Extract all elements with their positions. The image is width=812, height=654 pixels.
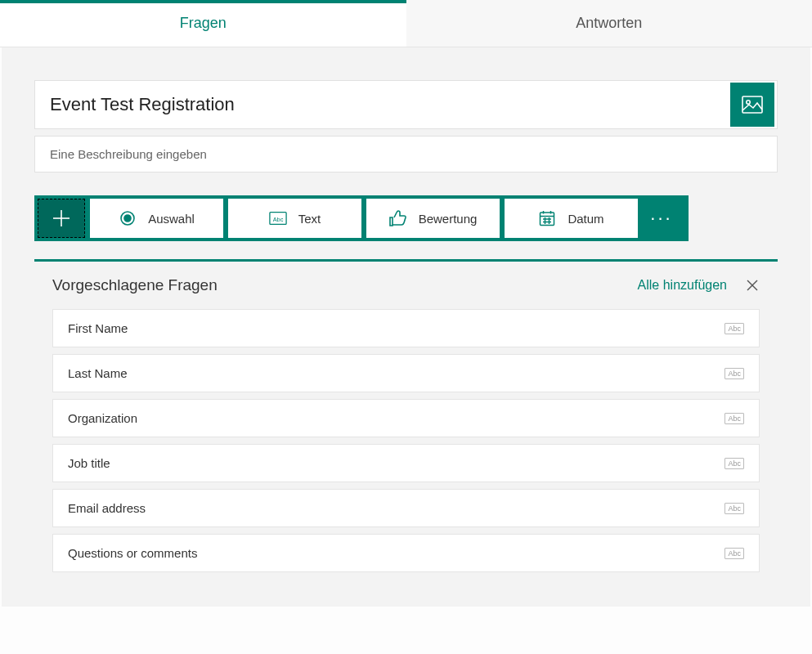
text-type-icon: Abc	[725, 413, 744, 424]
form-description-input[interactable]: Eine Beschreibung eingeben	[34, 136, 778, 172]
suggested-item[interactable]: Organization Abc	[52, 399, 760, 437]
form-editor: Event Test Registration Eine Beschreibun…	[2, 47, 810, 607]
image-icon	[742, 96, 763, 114]
suggested-item[interactable]: Job title Abc	[52, 444, 760, 482]
close-suggested-button[interactable]	[745, 278, 760, 293]
calendar-icon	[538, 209, 556, 227]
text-type-icon: Abc	[725, 548, 744, 559]
suggested-title: Vorgeschlagene Fragen	[52, 276, 218, 294]
add-question-button[interactable]	[38, 199, 85, 238]
plus-icon	[51, 208, 72, 229]
text-type-icon: Abc	[725, 368, 744, 379]
suggested-item[interactable]: Email address Abc	[52, 489, 760, 527]
suggested-item-label: Questions or comments	[68, 546, 197, 560]
tab-questions-label: Fragen	[180, 15, 227, 32]
type-text-label: Text	[298, 212, 321, 226]
type-text-button[interactable]: Abc Text	[228, 199, 361, 238]
suggested-item[interactable]: Last Name Abc	[52, 354, 760, 392]
svg-point-1	[747, 101, 750, 104]
form-description-placeholder: Eine Beschreibung eingeben	[50, 147, 207, 161]
text-type-icon: Abc	[725, 323, 744, 334]
text-type-icon: Abc	[725, 503, 744, 514]
more-types-button[interactable]: ···	[638, 199, 685, 238]
type-choice-label: Auswahl	[148, 212, 195, 226]
suggested-item-label: Organization	[68, 411, 137, 425]
tab-answers[interactable]: Antworten	[406, 0, 813, 47]
svg-text:Abc: Abc	[272, 216, 283, 223]
close-icon	[746, 279, 759, 292]
suggested-header: Vorgeschlagene Fragen Alle hinzufügen	[52, 276, 760, 294]
suggested-item[interactable]: Questions or comments Abc	[52, 534, 760, 572]
question-type-toolbar: Auswahl Abc Text Bewertung	[34, 195, 689, 241]
suggested-item-label: First Name	[68, 321, 128, 335]
text-icon: Abc	[269, 209, 287, 227]
type-rating-button[interactable]: Bewertung	[366, 199, 500, 238]
ellipsis-icon: ···	[650, 208, 672, 229]
type-date-label: Datum	[568, 212, 603, 226]
suggested-item-label: Job title	[68, 456, 110, 470]
suggested-questions-panel: Vorgeschlagene Fragen Alle hinzufügen Fi…	[34, 259, 778, 590]
svg-point-5	[124, 215, 131, 222]
type-rating-label: Bewertung	[419, 212, 478, 226]
form-title-input[interactable]: Event Test Registration	[50, 94, 235, 115]
tab-questions[interactable]: Fragen	[0, 0, 406, 47]
type-date-button[interactable]: Datum	[505, 199, 638, 238]
thumbs-up-icon	[389, 209, 407, 227]
type-choice-button[interactable]: Auswahl	[90, 199, 223, 238]
suggested-item[interactable]: First Name Abc	[52, 309, 760, 347]
suggested-actions: Alle hinzufügen	[638, 278, 760, 293]
add-all-button[interactable]: Alle hinzufügen	[638, 278, 727, 293]
add-image-button[interactable]	[730, 83, 774, 127]
tab-answers-label: Antworten	[576, 15, 642, 32]
suggested-item-label: Last Name	[68, 366, 128, 380]
radio-icon	[119, 209, 137, 227]
suggested-item-label: Email address	[68, 501, 146, 515]
text-type-icon: Abc	[725, 458, 744, 469]
form-title-card: Event Test Registration	[34, 80, 778, 129]
tab-bar: Fragen Antworten	[0, 0, 812, 47]
